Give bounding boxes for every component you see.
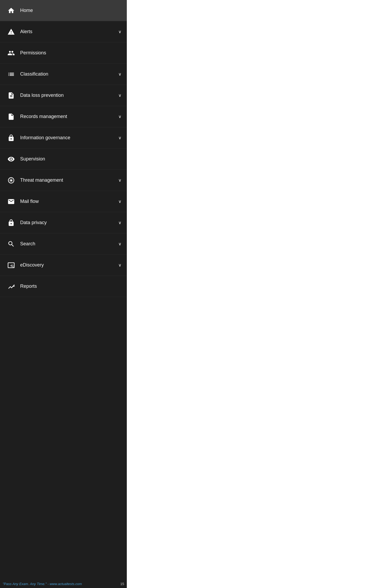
chevron-down-icon: ∨	[118, 93, 122, 98]
chevron-down-icon: ∨	[118, 199, 122, 204]
sidebar-item-permissions[interactable]: Permissions	[0, 42, 127, 64]
sidebar-item-mail[interactable]: Mail flow ∨	[0, 191, 127, 212]
sidebar-item-label: Data loss prevention	[20, 93, 118, 98]
sidebar-item-label: Supervision	[20, 156, 122, 162]
reports-icon	[5, 283, 17, 290]
alert-icon	[5, 28, 17, 36]
sidebar-item-classification[interactable]: Classification ∨	[0, 64, 127, 85]
svg-line-4	[13, 267, 13, 267]
lock-icon	[5, 134, 17, 142]
chevron-down-icon: ∨	[118, 114, 122, 119]
sidebar: Home Alerts ∨ Permissions Classification…	[0, 0, 127, 588]
chevron-down-icon: ∨	[118, 72, 122, 77]
sidebar-item-supervision[interactable]: Supervision	[0, 149, 127, 170]
watermark-text: "Pass Any Exam. Any Time." - www.actualt…	[3, 582, 82, 586]
threat-icon	[5, 177, 17, 184]
lock2-icon	[5, 219, 17, 227]
search-icon	[5, 240, 17, 248]
sidebar-item-search[interactable]: Search ∨	[0, 233, 127, 255]
svg-point-2	[10, 179, 12, 181]
watermark-bar: "Pass Any Exam. Any Time." - www.actualt…	[0, 580, 127, 588]
ediscovery-icon	[5, 262, 17, 269]
mail-icon	[5, 198, 17, 205]
sidebar-item-reports[interactable]: Reports	[0, 276, 127, 297]
chevron-down-icon: ∨	[118, 220, 122, 225]
chevron-down-icon: ∨	[118, 178, 122, 183]
svg-rect-1	[11, 117, 12, 118]
sidebar-item-label: Search	[20, 241, 118, 247]
sidebar-item-label: Home	[20, 8, 122, 13]
permissions-icon	[5, 49, 17, 57]
sidebar-item-label: Data privacy	[20, 220, 118, 225]
main-content	[127, 0, 386, 588]
dlp-icon	[5, 92, 17, 99]
sidebar-item-threat[interactable]: Threat management ∨	[0, 170, 127, 191]
sidebar-item-label: Classification	[20, 71, 118, 77]
sidebar-item-data-privacy[interactable]: Data privacy ∨	[0, 212, 127, 233]
chevron-down-icon: ∨	[118, 29, 122, 34]
sidebar-item-alerts[interactable]: Alerts ∨	[0, 21, 127, 42]
sidebar-item-label: Threat management	[20, 177, 118, 183]
sidebar-item-records[interactable]: Records management ∨	[0, 106, 127, 127]
classification-icon	[5, 71, 17, 78]
svg-point-3	[11, 265, 13, 267]
sidebar-item-label: Mail flow	[20, 199, 118, 204]
records-icon	[5, 113, 17, 120]
sidebar-item-dlp[interactable]: Data loss prevention ∨	[0, 85, 127, 106]
chevron-down-icon: ∨	[118, 241, 122, 246]
sidebar-item-label: Information governance	[20, 135, 118, 141]
sidebar-item-home[interactable]: Home	[0, 0, 127, 21]
sidebar-item-info-governance[interactable]: Information governance ∨	[0, 127, 127, 149]
chevron-down-icon: ∨	[118, 135, 122, 140]
sidebar-item-label: eDiscovery	[20, 262, 118, 268]
svg-rect-0	[10, 117, 11, 118]
page-number: 15	[120, 582, 124, 586]
sidebar-item-label: Records management	[20, 114, 118, 119]
sidebar-item-label: Permissions	[20, 50, 122, 56]
chevron-down-icon: ∨	[118, 263, 122, 268]
home-icon	[5, 7, 17, 14]
sidebar-item-label: Alerts	[20, 29, 118, 34]
supervision-icon	[5, 155, 17, 163]
sidebar-item-label: Reports	[20, 284, 122, 289]
sidebar-item-ediscovery[interactable]: eDiscovery ∨	[0, 255, 127, 276]
